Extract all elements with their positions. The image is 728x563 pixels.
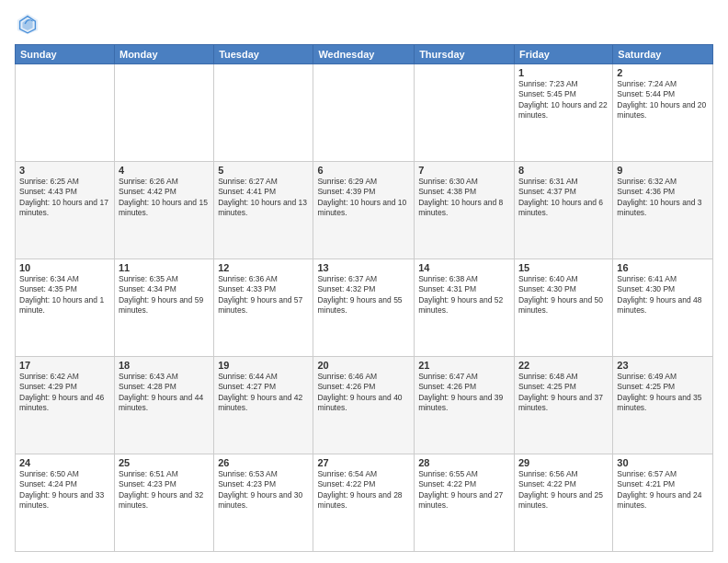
day-number: 10 [19, 262, 110, 273]
day-cell: 16Sunrise: 6:41 AMSunset: 4:30 PMDayligh… [613, 259, 713, 357]
day-cell: 8Sunrise: 6:31 AMSunset: 4:37 PMDaylight… [514, 162, 612, 259]
day-cell: 7Sunrise: 6:30 AMSunset: 4:38 PMDaylight… [415, 162, 515, 259]
day-cell: 27Sunrise: 6:54 AMSunset: 4:22 PMDayligh… [313, 454, 415, 552]
day-number: 27 [317, 457, 410, 468]
day-info: Sunrise: 6:29 AMSunset: 4:39 PMDaylight:… [317, 177, 410, 219]
day-number: 25 [119, 457, 210, 468]
day-info: Sunrise: 6:31 AMSunset: 4:37 PMDaylight:… [518, 177, 609, 219]
day-cell: 14Sunrise: 6:38 AMSunset: 4:31 PMDayligh… [415, 259, 515, 357]
day-cell [415, 64, 515, 162]
day-cell: 1Sunrise: 7:23 AMSunset: 5:45 PMDaylight… [514, 64, 612, 162]
day-cell: 5Sunrise: 6:27 AMSunset: 4:41 PMDaylight… [214, 162, 313, 259]
day-info: Sunrise: 6:53 AMSunset: 4:23 PMDaylight:… [218, 469, 309, 511]
day-info: Sunrise: 6:48 AMSunset: 4:25 PMDaylight:… [518, 372, 609, 414]
day-number: 1 [518, 67, 609, 78]
day-cell: 30Sunrise: 6:57 AMSunset: 4:21 PMDayligh… [613, 454, 713, 552]
day-number: 3 [19, 165, 110, 176]
day-cell: 15Sunrise: 6:40 AMSunset: 4:30 PMDayligh… [514, 259, 612, 357]
weekday-header-monday: Monday [114, 45, 213, 64]
day-number: 14 [418, 262, 510, 273]
logo-icon [15, 11, 40, 37]
week-row-3: 10Sunrise: 6:34 AMSunset: 4:35 PMDayligh… [16, 259, 713, 357]
day-cell [313, 64, 415, 162]
day-number: 18 [119, 360, 210, 371]
day-cell: 18Sunrise: 6:43 AMSunset: 4:28 PMDayligh… [114, 357, 213, 454]
day-number: 30 [617, 457, 709, 468]
day-cell: 6Sunrise: 6:29 AMSunset: 4:39 PMDaylight… [313, 162, 415, 259]
day-info: Sunrise: 6:27 AMSunset: 4:41 PMDaylight:… [218, 177, 309, 219]
weekday-header-thursday: Thursday [415, 45, 515, 64]
day-number: 11 [119, 262, 210, 273]
day-cell: 24Sunrise: 6:50 AMSunset: 4:24 PMDayligh… [16, 454, 115, 552]
day-info: Sunrise: 6:44 AMSunset: 4:27 PMDaylight:… [218, 372, 309, 414]
day-cell: 11Sunrise: 6:35 AMSunset: 4:34 PMDayligh… [114, 259, 213, 357]
day-info: Sunrise: 6:43 AMSunset: 4:28 PMDaylight:… [119, 372, 210, 414]
day-cell: 3Sunrise: 6:25 AMSunset: 4:43 PMDaylight… [16, 162, 115, 259]
day-number: 8 [518, 165, 609, 176]
day-number: 21 [418, 360, 510, 371]
day-cell: 19Sunrise: 6:44 AMSunset: 4:27 PMDayligh… [214, 357, 313, 454]
day-cell [16, 64, 115, 162]
day-cell: 12Sunrise: 6:36 AMSunset: 4:33 PMDayligh… [214, 259, 313, 357]
day-number: 2 [617, 67, 709, 78]
day-number: 15 [518, 262, 609, 273]
week-row-1: 1Sunrise: 7:23 AMSunset: 5:45 PMDaylight… [16, 64, 713, 162]
day-info: Sunrise: 6:50 AMSunset: 4:24 PMDaylight:… [19, 469, 110, 511]
day-number: 16 [617, 262, 709, 273]
day-number: 12 [218, 262, 309, 273]
day-number: 9 [617, 165, 709, 176]
weekday-header-tuesday: Tuesday [214, 45, 313, 64]
day-number: 20 [317, 360, 410, 371]
day-number: 22 [518, 360, 609, 371]
day-cell: 25Sunrise: 6:51 AMSunset: 4:23 PMDayligh… [114, 454, 213, 552]
day-info: Sunrise: 6:49 AMSunset: 4:25 PMDaylight:… [617, 372, 709, 414]
day-cell [214, 64, 313, 162]
day-cell: 21Sunrise: 6:47 AMSunset: 4:26 PMDayligh… [415, 357, 515, 454]
day-info: Sunrise: 6:26 AMSunset: 4:42 PMDaylight:… [119, 177, 210, 219]
day-info: Sunrise: 7:23 AMSunset: 5:45 PMDaylight:… [518, 79, 609, 121]
day-number: 19 [218, 360, 309, 371]
weekday-header-saturday: Saturday [613, 45, 713, 64]
calendar-table: SundayMondayTuesdayWednesdayThursdayFrid… [15, 44, 713, 552]
day-cell: 2Sunrise: 7:24 AMSunset: 5:44 PMDaylight… [613, 64, 713, 162]
day-number: 6 [317, 165, 410, 176]
weekday-header-row: SundayMondayTuesdayWednesdayThursdayFrid… [16, 45, 713, 64]
day-cell: 29Sunrise: 6:56 AMSunset: 4:22 PMDayligh… [514, 454, 612, 552]
day-cell: 22Sunrise: 6:48 AMSunset: 4:25 PMDayligh… [514, 357, 612, 454]
day-cell: 17Sunrise: 6:42 AMSunset: 4:29 PMDayligh… [16, 357, 115, 454]
day-cell: 9Sunrise: 6:32 AMSunset: 4:36 PMDaylight… [613, 162, 713, 259]
weekday-header-sunday: Sunday [16, 45, 115, 64]
day-info: Sunrise: 6:46 AMSunset: 4:26 PMDaylight:… [317, 372, 410, 414]
day-info: Sunrise: 6:34 AMSunset: 4:35 PMDaylight:… [19, 274, 110, 316]
day-number: 7 [418, 165, 510, 176]
day-number: 26 [218, 457, 309, 468]
day-cell: 23Sunrise: 6:49 AMSunset: 4:25 PMDayligh… [613, 357, 713, 454]
day-info: Sunrise: 6:54 AMSunset: 4:22 PMDaylight:… [317, 469, 410, 511]
day-info: Sunrise: 6:40 AMSunset: 4:30 PMDaylight:… [518, 274, 609, 316]
day-cell: 13Sunrise: 6:37 AMSunset: 4:32 PMDayligh… [313, 259, 415, 357]
weekday-header-wednesday: Wednesday [313, 45, 415, 64]
day-cell: 4Sunrise: 6:26 AMSunset: 4:42 PMDaylight… [114, 162, 213, 259]
page: SundayMondayTuesdayWednesdayThursdayFrid… [0, 0, 728, 563]
day-number: 17 [19, 360, 110, 371]
day-number: 5 [218, 165, 309, 176]
day-number: 24 [19, 457, 110, 468]
day-cell: 10Sunrise: 6:34 AMSunset: 4:35 PMDayligh… [16, 259, 115, 357]
day-number: 4 [119, 165, 210, 176]
day-info: Sunrise: 6:57 AMSunset: 4:21 PMDaylight:… [617, 469, 709, 511]
day-info: Sunrise: 6:41 AMSunset: 4:30 PMDaylight:… [617, 274, 709, 316]
day-info: Sunrise: 7:24 AMSunset: 5:44 PMDaylight:… [617, 79, 709, 121]
day-info: Sunrise: 6:32 AMSunset: 4:36 PMDaylight:… [617, 177, 709, 219]
day-cell: 20Sunrise: 6:46 AMSunset: 4:26 PMDayligh… [313, 357, 415, 454]
week-row-5: 24Sunrise: 6:50 AMSunset: 4:24 PMDayligh… [16, 454, 713, 552]
logo [15, 11, 44, 37]
day-info: Sunrise: 6:56 AMSunset: 4:22 PMDaylight:… [518, 469, 609, 511]
weekday-header-friday: Friday [514, 45, 612, 64]
day-number: 23 [617, 360, 709, 371]
day-cell [114, 64, 213, 162]
day-info: Sunrise: 6:55 AMSunset: 4:22 PMDaylight:… [418, 469, 510, 511]
day-number: 13 [317, 262, 410, 273]
week-row-2: 3Sunrise: 6:25 AMSunset: 4:43 PMDaylight… [16, 162, 713, 259]
day-info: Sunrise: 6:42 AMSunset: 4:29 PMDaylight:… [19, 372, 110, 414]
header [15, 11, 713, 37]
